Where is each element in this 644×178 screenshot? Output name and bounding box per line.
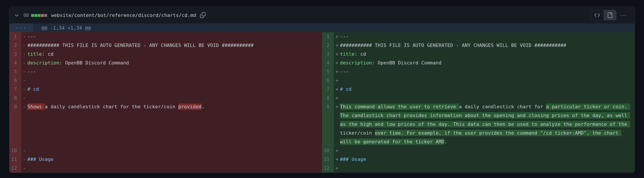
hunk-range: @@ -1,34 +1,34 @@	[33, 25, 91, 31]
diff-row: 8-8+	[10, 94, 634, 102]
file-header-right: ···	[590, 10, 630, 20]
diff-bar-neutral	[44, 14, 47, 17]
diff-row: 4-description: OpenBB Discord Command4+d…	[10, 59, 634, 67]
diff-bars	[31, 14, 47, 17]
line-number[interactable]: 2	[322, 41, 334, 50]
code-line[interactable]	[340, 94, 634, 102]
code-line[interactable]: ########### THIS FILE IS AUTO GENERATED …	[28, 41, 322, 50]
hunk-header: ··· @@ -1,34 +1,34 @@	[10, 24, 634, 32]
code-line[interactable]: description: OpenBB Discord Command	[340, 59, 634, 67]
code-line[interactable]	[28, 146, 322, 155]
line-number[interactable]: 1	[322, 32, 334, 41]
diff-bar-del	[41, 14, 44, 17]
code-line[interactable]: ---	[28, 67, 322, 76]
line-number[interactable]: 6	[10, 76, 21, 85]
diff-body: ··· @@ -1,34 +1,34 @@ 1----1+---2-######…	[10, 24, 634, 172]
source-view-button[interactable]	[591, 10, 604, 20]
diff-row: 1----1+---	[10, 32, 634, 41]
diff-bar-add	[31, 14, 34, 17]
diff-row: 2-########### THIS FILE IS AUTO GENERATE…	[10, 41, 634, 50]
line-number[interactable]: 5	[10, 67, 21, 76]
code-line[interactable]	[340, 146, 634, 155]
diff-stats: 68	[24, 12, 47, 18]
file-header: 68 website/content/bot/reference/discord…	[10, 7, 634, 24]
line-number[interactable]: 11	[322, 155, 334, 164]
line-number[interactable]: 8	[322, 94, 334, 102]
diff-row: 10-10+	[10, 146, 634, 155]
code-line[interactable]	[340, 76, 634, 85]
line-number[interactable]: 7	[10, 85, 21, 94]
diff-row: 5----5+---	[10, 67, 634, 76]
code-line[interactable]: Shows a daily candlestick chart for the …	[28, 102, 322, 146]
line-number[interactable]: 5	[322, 67, 334, 76]
code-line[interactable]: # cd	[28, 85, 322, 94]
file-header-left: 68 website/content/bot/reference/discord…	[14, 12, 206, 18]
code-line[interactable]	[28, 94, 322, 102]
code-line[interactable]	[28, 76, 322, 85]
code-line[interactable]: # cd	[340, 85, 634, 94]
kebab-menu-icon[interactable]: ···	[616, 12, 630, 19]
view-toggle	[590, 10, 616, 20]
diff-row: 9-Shows a daily candlestick chart for th…	[10, 102, 634, 146]
code-line[interactable]	[28, 164, 322, 172]
code-line[interactable]: title: cd	[28, 50, 322, 59]
line-number[interactable]: 1	[10, 32, 21, 41]
code-line[interactable]: This command allows the user to retrieve…	[340, 102, 634, 146]
code-line[interactable]: ---	[340, 32, 634, 41]
line-number[interactable]: 12	[322, 164, 334, 172]
line-number[interactable]: 7	[322, 85, 334, 94]
line-number[interactable]: 2	[10, 41, 21, 50]
diff-bar-add	[34, 14, 37, 17]
diff-table: 1----1+---2-########### THIS FILE IS AUT…	[10, 32, 634, 172]
diff-row: 3-title: cd3+title: cd	[10, 50, 634, 59]
code-line[interactable]: ### Usage	[28, 155, 322, 164]
code-line[interactable]: ---	[340, 67, 634, 76]
diff-bar-add	[38, 14, 40, 17]
line-number[interactable]: 9	[10, 102, 21, 146]
line-number[interactable]: 12	[10, 164, 21, 172]
diff-line-count: 68	[24, 13, 29, 18]
chevron-down-icon[interactable]	[14, 12, 20, 18]
line-number[interactable]: 6	[322, 76, 334, 85]
diff-row: 12-12+	[10, 164, 634, 172]
line-number[interactable]: 4	[322, 59, 334, 67]
diff-row: 7-# cd7+# cd	[10, 85, 634, 94]
line-number[interactable]: 3	[10, 50, 21, 59]
code-line[interactable]: description: OpenBB Discord Command	[28, 59, 322, 67]
line-number[interactable]: 10	[322, 146, 334, 155]
diff-row: 6-6+	[10, 76, 634, 85]
file-diff-container: 68 website/content/bot/reference/discord…	[9, 7, 635, 173]
line-number[interactable]: 3	[322, 50, 334, 59]
line-number[interactable]: 4	[10, 59, 21, 67]
file-path[interactable]: website/content/bot/reference/discord/ch…	[51, 13, 196, 18]
rendered-view-button[interactable]	[604, 10, 616, 20]
code-line[interactable]: ########### THIS FILE IS AUTO GENERATED …	[340, 41, 634, 50]
copy-path-icon[interactable]	[200, 12, 206, 18]
expand-hunk-icon[interactable]: ···	[10, 24, 33, 32]
line-number[interactable]: 8	[10, 94, 21, 102]
code-line[interactable]	[340, 164, 634, 172]
line-number[interactable]: 10	[10, 146, 21, 155]
diff-row: 11-### Usage11+### Usage	[10, 155, 634, 164]
code-line[interactable]: ---	[28, 32, 322, 41]
code-line[interactable]: ### Usage	[340, 155, 634, 164]
line-number[interactable]: 11	[10, 155, 21, 164]
line-number[interactable]: 9	[322, 102, 334, 146]
code-line[interactable]: title: cd	[340, 50, 634, 59]
